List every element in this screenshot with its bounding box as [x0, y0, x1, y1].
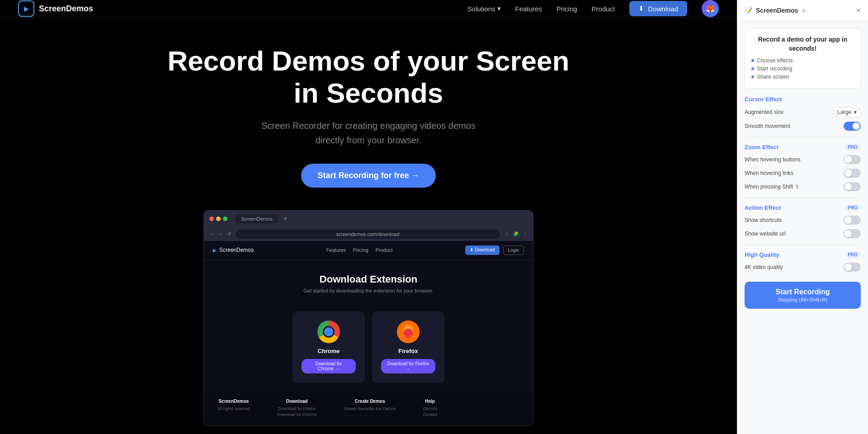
- bullet-dot-icon: [751, 59, 754, 62]
- start-recording-sublabel: Stopping (Alt+Shift+R): [752, 297, 854, 302]
- zoom-effect-title: Zoom Effect: [745, 144, 778, 151]
- action-effect-section: Action Effect PRO Show shortcuts Show we…: [745, 204, 861, 238]
- browser-footer: ScreenDemos All rights reserved Download…: [204, 392, 533, 425]
- intro-bullet-3: Share screen: [751, 74, 854, 80]
- show-shortcuts-row: Show shortcuts: [745, 216, 861, 225]
- browser-dot-maximize: [223, 217, 227, 221]
- browser-url-bar: ← → ↺ screendemos.com/download ☆ 🧩 ⋮: [204, 227, 533, 241]
- start-recording-button[interactable]: Start Recording Stopping (Alt+Shift+R): [745, 282, 861, 309]
- panel-chevron-icon[interactable]: ∨: [802, 7, 806, 14]
- when-hovering-links-row: When hovering links: [745, 169, 861, 178]
- inner-nav-pricing: Pricing: [353, 247, 368, 253]
- nav-avatar[interactable]: 🦊: [702, 0, 719, 17]
- browser-nav-forward-icon: →: [218, 231, 223, 236]
- browser-hero-subtitle: Get started by downloading the extension…: [213, 288, 524, 293]
- 4k-video-quality-toggle[interactable]: [844, 263, 861, 272]
- when-pressing-shift-toggle-thumb: [844, 183, 852, 190]
- action-effect-title: Action Effect: [745, 204, 781, 211]
- browser-firefox-card: Firefox Download for Firefox →: [372, 311, 444, 382]
- show-website-url-row: Show website url: [745, 229, 861, 238]
- browser-nav-back-icon: ←: [209, 231, 214, 236]
- intro-bullet-2: Start recording: [751, 66, 854, 72]
- when-hovering-buttons-toggle-thumb: [844, 156, 852, 163]
- browser-url-input: screendemos.com/download: [236, 230, 500, 239]
- footer-col-brand: ScreenDemos All rights reserved: [217, 399, 250, 418]
- browser-inner-logo-icon: ▶: [213, 248, 217, 253]
- intro-bullet-1: Choose effects: [751, 57, 854, 64]
- high-quality-section: High Quality PRO 4K video quality: [745, 251, 861, 272]
- select-chevron-icon: ▾: [854, 109, 857, 115]
- main-area: ▶ ScreenDemos Solutions ▾ Features Prici…: [0, 0, 737, 434]
- zoom-effect-pro-badge: PRO: [844, 144, 861, 151]
- when-hovering-buttons-toggle[interactable]: [844, 155, 861, 164]
- panel-title: ScreenDemos: [756, 7, 798, 14]
- navbar: ▶ ScreenDemos Solutions ▾ Features Prici…: [0, 0, 737, 18]
- browser-inner-login-btn: Login: [503, 245, 524, 255]
- smooth-movement-toggle-track[interactable]: [844, 122, 861, 131]
- browser-bookmark-icon: ☆: [505, 231, 509, 236]
- browser-cards: Chrome Download for Chrome → Firefox: [204, 311, 533, 392]
- nav-brand[interactable]: ▶ ScreenDemos: [18, 0, 93, 17]
- when-pressing-shift-toggle[interactable]: [844, 182, 861, 191]
- start-recording-label: Start Recording: [752, 288, 854, 296]
- browser-content: ▶ ScreenDemos Features Pricing Product ⬇…: [204, 241, 533, 425]
- when-hovering-links-toggle-track[interactable]: [844, 169, 861, 178]
- divider-3: [745, 245, 861, 245]
- augmented-size-select[interactable]: Large ▾: [833, 107, 861, 117]
- intro-bullets: Choose effects Start recording Share scr…: [751, 57, 854, 80]
- footer-col-help: Help Discord Contact: [423, 399, 437, 418]
- when-hovering-buttons-label: When hovering buttons: [745, 156, 800, 163]
- intro-box: Record a demo of your app in seconds! Ch…: [745, 28, 861, 89]
- when-pressing-shift-label: When pressing Shift ⇧: [745, 184, 799, 190]
- right-panel: 📝 ScreenDemos ∨ × Record a demo of your …: [737, 0, 868, 434]
- chrome-download-btn: Download for Chrome →: [302, 359, 356, 373]
- show-shortcuts-toggle-track[interactable]: [844, 216, 861, 225]
- show-shortcuts-toggle[interactable]: [844, 216, 861, 225]
- smooth-movement-label: Smooth movement: [745, 123, 790, 129]
- hero-subtitle: Screen Recorder for creating engaging vi…: [261, 118, 476, 147]
- when-hovering-links-label: When hovering links: [745, 170, 793, 176]
- browser-inner-buttons: ⬇ Download Login: [465, 245, 524, 255]
- 4k-video-quality-toggle-thumb: [844, 264, 852, 271]
- when-hovering-buttons-toggle-track[interactable]: [844, 155, 861, 164]
- browser-hero: Download Extension Get started by downlo…: [204, 260, 533, 311]
- nav-download-button[interactable]: ⬇ Download: [629, 1, 687, 16]
- 4k-video-quality-toggle-track[interactable]: [844, 263, 861, 272]
- show-website-url-toggle-track[interactable]: [844, 229, 861, 238]
- nav-features-link[interactable]: Features: [515, 5, 542, 13]
- smooth-movement-row: Smooth movement: [745, 122, 861, 131]
- nav-solutions-link[interactable]: Solutions ▾: [467, 5, 501, 13]
- show-shortcuts-toggle-thumb: [844, 217, 852, 224]
- panel-icon: 📝: [745, 7, 752, 14]
- inner-nav-features: Features: [326, 247, 346, 253]
- high-quality-title: High Quality: [745, 251, 779, 258]
- browser-tab: ScreenDemos: [236, 214, 278, 223]
- smooth-movement-toggle[interactable]: [844, 122, 861, 131]
- browser-new-tab-icon: +: [283, 215, 288, 223]
- intro-title: Record a demo of your app in seconds!: [751, 35, 854, 53]
- high-quality-header: High Quality PRO: [745, 251, 861, 258]
- show-website-url-toggle[interactable]: [844, 229, 861, 238]
- zoom-effect-section: Zoom Effect PRO When hovering buttons Wh…: [745, 144, 861, 191]
- browser-chrome-card: Chrome Download for Chrome →: [292, 311, 365, 382]
- footer-col-download: Download Download for Firefox Download f…: [277, 399, 317, 418]
- 4k-video-quality-label: 4K video quality: [745, 264, 783, 270]
- hero-cta-button[interactable]: Start Recording for free →: [301, 164, 435, 188]
- panel-title-area: 📝 ScreenDemos ∨: [745, 7, 806, 14]
- panel-close-button[interactable]: ×: [856, 6, 861, 14]
- nav-product-link[interactable]: Product: [592, 5, 615, 13]
- chrome-card-name: Chrome: [302, 348, 356, 354]
- chevron-down-icon: ▾: [497, 5, 501, 13]
- when-pressing-shift-toggle-track[interactable]: [844, 182, 861, 191]
- cursor-effect-section: Cursor Effect Augmented size Large ▾ Smo…: [745, 96, 861, 131]
- divider-2: [745, 198, 861, 198]
- zoom-effect-header: Zoom Effect PRO: [745, 144, 861, 151]
- cursor-effect-title: Cursor Effect: [745, 96, 782, 103]
- when-hovering-links-toggle-thumb: [844, 170, 852, 177]
- when-hovering-links-toggle[interactable]: [844, 169, 861, 178]
- when-pressing-shift-row: When pressing Shift ⇧: [745, 182, 861, 191]
- show-shortcuts-label: Show shortcuts: [745, 217, 782, 223]
- footer-col-create: Create Demos Screen Recorder For Demos: [344, 399, 396, 418]
- 4k-video-quality-row: 4K video quality: [745, 263, 861, 272]
- nav-pricing-link[interactable]: Pricing: [557, 5, 577, 13]
